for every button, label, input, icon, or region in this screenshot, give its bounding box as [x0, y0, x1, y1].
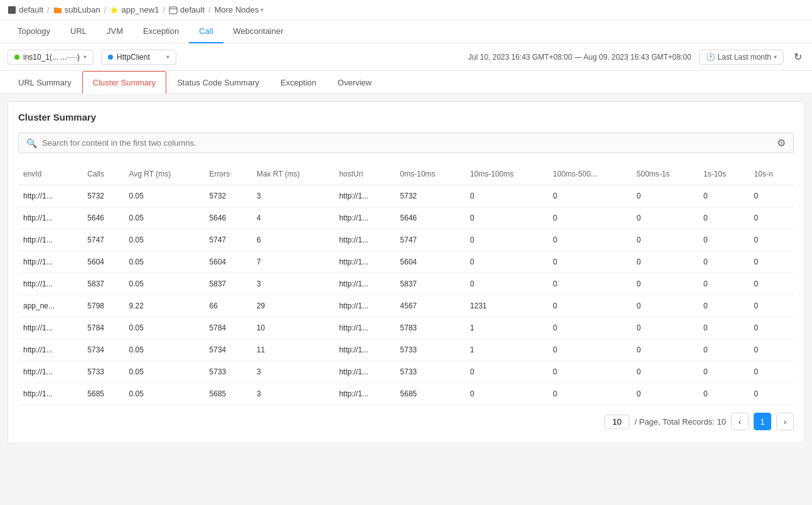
next-page-button[interactable]: ›: [776, 413, 794, 430]
cell-ms500_1[interactable]: 0: [632, 383, 698, 405]
cell-ms100_500[interactable]: 0: [548, 207, 631, 229]
cell-ms10_100[interactable]: 0: [465, 207, 548, 229]
cell-ms1_10[interactable]: 0: [698, 251, 749, 273]
cell-errors[interactable]: 5685: [205, 383, 252, 405]
cell-ms500_1[interactable]: 0: [632, 361, 698, 383]
cell-ms100_500[interactable]: 0: [548, 273, 631, 295]
cell-ms10n[interactable]: 0: [749, 339, 794, 361]
cell-ms1_10[interactable]: 0: [698, 229, 749, 251]
cell-hostUri[interactable]: http://1...: [334, 229, 395, 251]
cell-ms1_10[interactable]: 0: [698, 317, 749, 339]
cell-ms10n[interactable]: 0: [749, 229, 794, 251]
cell-hostUri[interactable]: http://1...: [334, 207, 395, 229]
cell-errors[interactable]: 5732: [205, 185, 252, 207]
cell-calls[interactable]: 5837: [82, 273, 124, 295]
cell-avgRT[interactable]: 0.05: [124, 317, 204, 339]
cell-ms10n[interactable]: 0: [749, 273, 794, 295]
cell-ms500_1[interactable]: 0: [632, 317, 698, 339]
cell-ms10_100[interactable]: 1231: [465, 295, 548, 317]
cell-ms10n[interactable]: 0: [749, 383, 794, 405]
cell-ms0_10[interactable]: 5732: [395, 185, 466, 207]
cell-calls[interactable]: 5604: [82, 251, 124, 273]
cell-ms0_10[interactable]: 5685: [395, 383, 466, 405]
cell-avgRT[interactable]: 0.05: [124, 339, 204, 361]
cell-avgRT[interactable]: 0.05: [124, 251, 204, 273]
cell-calls[interactable]: 5734: [82, 339, 124, 361]
cell-hostUri[interactable]: http://1...: [334, 361, 395, 383]
cell-ms100_500[interactable]: 0: [548, 229, 631, 251]
cell-calls[interactable]: 5646: [82, 207, 124, 229]
cell-ms0_10[interactable]: 5646: [395, 207, 466, 229]
cell-calls[interactable]: 5784: [82, 317, 124, 339]
cell-ms1_10[interactable]: 0: [698, 339, 749, 361]
current-page-button[interactable]: 1: [754, 413, 771, 430]
cell-errors[interactable]: 5646: [205, 207, 252, 229]
cell-ms10_100[interactable]: 0: [465, 273, 548, 295]
cell-ms500_1[interactable]: 0: [632, 295, 698, 317]
cell-calls[interactable]: 5732: [82, 185, 124, 207]
cell-errors[interactable]: 5747: [205, 229, 252, 251]
tab-url[interactable]: URL: [60, 20, 97, 43]
cell-errors[interactable]: 5784: [205, 317, 252, 339]
cell-ms10_100[interactable]: 1: [465, 317, 548, 339]
page-size-input[interactable]: [604, 415, 629, 429]
cell-avgRT[interactable]: 0.05: [124, 185, 204, 207]
cell-ms100_500[interactable]: 0: [548, 295, 631, 317]
cell-ms100_500[interactable]: 0: [548, 317, 631, 339]
cell-ms10_100[interactable]: 0: [465, 251, 548, 273]
subtab-cluster-summary[interactable]: Cluster Summary: [82, 71, 166, 94]
cell-ms0_10[interactable]: 5747: [395, 229, 466, 251]
cell-ms1_10[interactable]: 0: [698, 185, 749, 207]
tab-call[interactable]: Call: [189, 20, 223, 43]
subtab-overview[interactable]: Overview: [327, 71, 382, 94]
cell-ms500_1[interactable]: 0: [632, 251, 698, 273]
cell-ms500_1[interactable]: 0: [632, 185, 698, 207]
cell-ms1_10[interactable]: 0: [698, 361, 749, 383]
breadcrumb-more-nodes[interactable]: More Nodes ▾: [215, 5, 264, 14]
cell-avgRT[interactable]: 0.05: [124, 383, 204, 405]
cell-ms100_500[interactable]: 0: [548, 383, 631, 405]
cell-avgRT[interactable]: 0.05: [124, 361, 204, 383]
subtab-exception[interactable]: Exception: [270, 71, 327, 94]
cell-ms0_10[interactable]: 5733: [395, 361, 466, 383]
cell-ms10n[interactable]: 0: [749, 185, 794, 207]
cell-hostUri[interactable]: http://1...: [334, 295, 395, 317]
cell-ms10n[interactable]: 0: [749, 295, 794, 317]
search-input[interactable]: [42, 138, 230, 148]
cell-ms1_10[interactable]: 0: [698, 383, 749, 405]
cell-hostUri[interactable]: http://1...: [334, 339, 395, 361]
cell-avgRT[interactable]: 9.22: [124, 295, 204, 317]
instance-dropdown[interactable]: ins10_1(... ...·····) ▾: [8, 50, 93, 65]
cell-ms1_10[interactable]: 0: [698, 207, 749, 229]
tab-exception[interactable]: Exception: [133, 20, 189, 43]
cell-calls[interactable]: 5733: [82, 361, 124, 383]
cell-errors[interactable]: 5604: [205, 251, 252, 273]
cell-ms500_1[interactable]: 0: [632, 339, 698, 361]
cell-errors[interactable]: 5733: [205, 361, 252, 383]
breadcrumb-default[interactable]: default: [8, 5, 43, 14]
cell-calls[interactable]: 5798: [82, 295, 124, 317]
cell-ms10_100[interactable]: 1: [465, 339, 548, 361]
cell-avgRT[interactable]: 0.05: [124, 229, 204, 251]
cell-ms10_100[interactable]: 0: [465, 185, 548, 207]
cell-hostUri[interactable]: http://1...: [334, 383, 395, 405]
tab-webcontainer[interactable]: Webcontainer: [223, 20, 294, 43]
cell-errors[interactable]: 5837: [205, 273, 252, 295]
cell-ms1_10[interactable]: 0: [698, 295, 749, 317]
cell-ms1_10[interactable]: 0: [698, 273, 749, 295]
cell-ms0_10[interactable]: 4567: [395, 295, 466, 317]
cell-hostUri[interactable]: http://1...: [334, 273, 395, 295]
cell-ms100_500[interactable]: 0: [548, 185, 631, 207]
cell-ms100_500[interactable]: 0: [548, 339, 631, 361]
tab-jvm[interactable]: JVM: [97, 20, 133, 43]
cell-ms10n[interactable]: 0: [749, 207, 794, 229]
breadcrumb-appnew1[interactable]: app_new1: [110, 5, 159, 14]
cell-ms10_100[interactable]: 0: [465, 383, 548, 405]
cell-ms10n[interactable]: 0: [749, 361, 794, 383]
cell-hostUri[interactable]: http://1...: [334, 251, 395, 273]
refresh-button[interactable]: ↻: [791, 48, 804, 65]
cell-ms10n[interactable]: 0: [749, 251, 794, 273]
cell-ms500_1[interactable]: 0: [632, 273, 698, 295]
breadcrumb-subluban[interactable]: subLuban: [53, 5, 100, 14]
subtab-url-summary[interactable]: URL Summary: [8, 71, 82, 94]
